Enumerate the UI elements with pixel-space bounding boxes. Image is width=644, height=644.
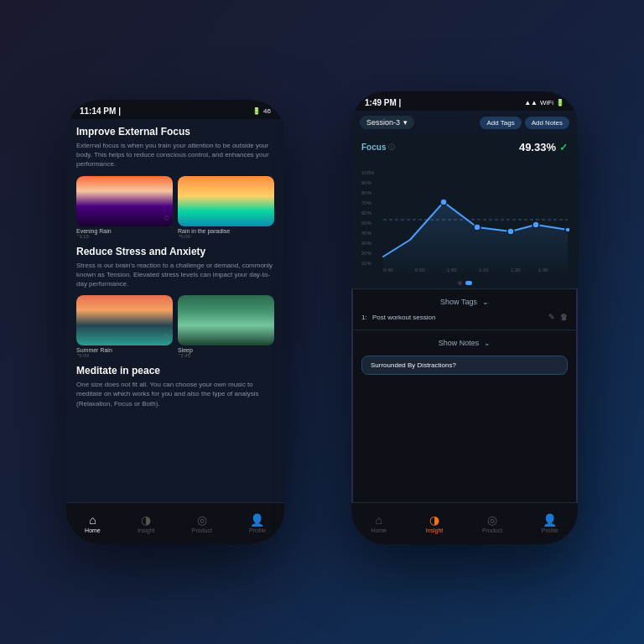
right-insight-icon: ◑ <box>429 514 439 526</box>
svg-point-13 <box>507 228 514 235</box>
section2-title: Reduce Stress and Anxiety <box>76 246 274 257</box>
svg-text:10%: 10% <box>361 261 372 266</box>
right-status-icons: ▲▲ WiFi 🔋 <box>524 99 564 106</box>
section1-title: Improve External Focus <box>76 126 274 138</box>
right-nav-product-label: Product <box>482 527 502 533</box>
focus-label: Focus <box>361 143 386 152</box>
show-tags-label: Show Tags <box>440 298 477 306</box>
add-tags-button[interactable]: Add Tags <box>480 117 521 129</box>
right-bottom-nav: ⌂ Home ◑ Insight ◎ Product 👤 Profile <box>351 502 578 544</box>
svg-text:60%: 60% <box>361 210 372 216</box>
svg-text:0:40: 0:40 <box>383 267 393 273</box>
right-nav-home[interactable]: ⌂ Home <box>371 514 387 533</box>
section2-media-grid: ♡ Summer Rain 22:04 ♡ Sleep 12:45 <box>76 295 274 358</box>
left-nav-product[interactable]: ◎ Product <box>192 514 212 533</box>
svg-text:30%: 30% <box>361 241 372 246</box>
heart-icon-4[interactable]: ♡ <box>265 334 271 341</box>
media-label-evening: Evening Rain <box>76 228 173 234</box>
left-phone-content: Improve External Focus External focus is… <box>66 119 284 522</box>
heart-icon-2[interactable]: ♡ <box>265 215 271 222</box>
notes-input[interactable]: Surrounded By Distractions? <box>361 356 568 375</box>
check-icon: ✓ <box>559 142 568 153</box>
left-nav-profile[interactable]: 👤 Profile <box>249 514 266 533</box>
right-home-icon: ⌂ <box>375 514 382 526</box>
right-nav-insight-label: Insight <box>426 527 444 533</box>
chevron-notes-icon: ⌄ <box>484 339 491 347</box>
media-duration-sleep: 12:45 <box>178 353 274 358</box>
right-phone: 1:49 PM | ▲▲ WiFi 🔋 Session-3 ▾ Add Tags… <box>351 91 578 544</box>
tag-item-1: 1: Post workout session ✎ 🗑 <box>361 309 568 325</box>
svg-text:20%: 20% <box>361 251 372 256</box>
svg-text:1:10: 1:10 <box>479 267 489 273</box>
left-bottom-nav: ⌂ Home ◑ Insight ◎ Product 👤 Profile <box>66 502 284 544</box>
media-item-sleep[interactable]: ♡ Sleep 12:45 <box>178 295 274 358</box>
section1-desc: External focus is when you train your at… <box>76 141 274 169</box>
focus-section: Focus ⓘ 49.33% ✓ <box>351 134 578 160</box>
left-status-icons: 🔋 46 <box>252 107 271 115</box>
battery-icon: 🔋 <box>252 107 261 115</box>
left-status-bar: 11:14 PM | 🔋 46 <box>66 100 284 119</box>
session-badge[interactable]: Session-3 ▾ <box>360 116 414 129</box>
right-nav-product[interactable]: ◎ Product <box>482 514 502 533</box>
left-nav-home-label: Home <box>85 527 101 533</box>
svg-text:1:00: 1:00 <box>447 267 457 273</box>
focus-label-group: Focus ⓘ <box>361 143 395 152</box>
session-label: Session-3 <box>366 118 400 127</box>
svg-text:40%: 40% <box>361 231 372 236</box>
delete-icon[interactable]: 🗑 <box>560 313 568 321</box>
svg-point-12 <box>474 224 480 231</box>
home-icon: ⌂ <box>89 514 96 526</box>
media-item-summer[interactable]: ♡ Summer Rain 22:04 <box>76 295 173 358</box>
thumb-summer <box>76 295 173 345</box>
svg-point-15 <box>565 227 569 232</box>
section-focus: Improve External Focus External focus is… <box>76 126 274 239</box>
svg-text:50%: 50% <box>361 221 372 226</box>
media-label-summer: Summer Rain <box>76 347 173 353</box>
show-notes-header[interactable]: Show Notes ⌄ <box>361 335 568 351</box>
svg-point-11 <box>440 199 447 205</box>
left-nav-product-label: Product <box>192 527 212 533</box>
section-meditate: Meditate in peace One size does not fit … <box>76 365 274 408</box>
media-duration-evening: 13:15 <box>76 234 173 239</box>
left-nav-insight[interactable]: ◑ Insight <box>138 514 155 533</box>
battery-level: 46 <box>263 107 271 115</box>
svg-text:80%: 80% <box>361 190 372 195</box>
show-tags-header[interactable]: Show Tags ⌄ <box>361 294 568 309</box>
focus-percent-value: 49.33% <box>519 141 556 153</box>
right-battery-icon: 🔋 <box>556 99 564 106</box>
tag-index: 1: <box>361 314 367 321</box>
left-nav-profile-label: Profile <box>249 527 266 533</box>
right-time: 1:49 PM | <box>365 98 401 107</box>
left-nav-insight-label: Insight <box>138 527 155 533</box>
tags-section: Show Tags ⌄ 1: Post workout session ✎ 🗑 <box>351 288 578 330</box>
focus-chart: 100% 90% 80% 70% 60% 50% 40% 30% 20% 10% <box>360 160 569 278</box>
info-icon: ⓘ <box>388 143 395 152</box>
focus-header: Focus ⓘ 49.33% ✓ <box>361 141 568 153</box>
right-status-bar: 1:49 PM | ▲▲ WiFi 🔋 <box>351 91 578 111</box>
add-notes-button[interactable]: Add Notes <box>525 117 569 129</box>
chart-container: 100% 90% 80% 70% 60% 50% 40% 30% 20% 10% <box>351 160 578 278</box>
product-icon: ◎ <box>197 514 207 526</box>
right-nav-profile-label: Profile <box>542 527 558 533</box>
left-nav-home[interactable]: ⌂ Home <box>85 514 101 533</box>
right-header: Session-3 ▾ Add Tags Add Notes <box>351 111 578 134</box>
dot-2 <box>465 281 472 285</box>
svg-text:0:50: 0:50 <box>415 267 425 273</box>
edit-icon[interactable]: ✎ <box>548 313 555 321</box>
right-nav-insight[interactable]: ◑ Insight <box>426 514 444 533</box>
insight-icon: ◑ <box>141 514 151 526</box>
media-item-evening[interactable]: ♡ Evening Rain 13:15 <box>76 176 173 239</box>
right-nav-profile[interactable]: 👤 Profile <box>542 514 558 533</box>
tag-text: Post workout session <box>372 314 436 321</box>
tag-actions: ✎ 🗑 <box>548 313 568 321</box>
heart-icon-3[interactable]: ♡ <box>164 334 169 341</box>
media-duration-summer: 22:04 <box>76 353 173 358</box>
section-stress: Reduce Stress and Anxiety Stress is our … <box>76 246 274 359</box>
right-product-icon: ◎ <box>487 514 497 526</box>
media-item-rain[interactable]: ♡ Rain in the paradise 25:00 <box>178 176 274 239</box>
left-phone: 11:14 PM | 🔋 46 Improve External Focus E… <box>66 100 284 544</box>
right-profile-icon: 👤 <box>543 514 557 526</box>
thumb-rain <box>178 176 274 226</box>
heart-icon-1[interactable]: ♡ <box>164 215 169 222</box>
phones-container: 11:14 PM | 🔋 46 Improve External Focus E… <box>49 49 595 595</box>
